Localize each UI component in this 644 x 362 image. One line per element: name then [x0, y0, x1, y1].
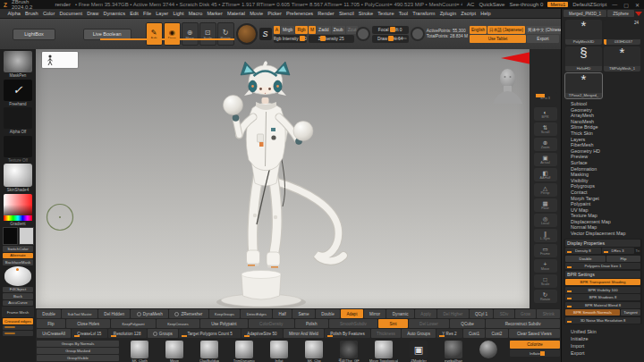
menu-item[interactable]: Stroke — [356, 11, 375, 16]
tool-slot[interactable]: 24 033HD037 — [604, 20, 640, 45]
maximize-button[interactable]: ▢ — [623, 2, 630, 8]
subpalette-header[interactable]: Subtool — [571, 101, 644, 107]
backface-mask-button[interactable]: BackfaceMask — [3, 259, 33, 265]
tray-button[interactable]: Target Polygons Count 5 — [179, 329, 241, 338]
bpr-transparent-shading-button[interactable]: BPR Transparent Shading — [565, 279, 640, 285]
tray-button[interactable]: Use Polypaint — [200, 319, 248, 328]
tray-button[interactable]: QCyl 1 — [470, 309, 494, 318]
tray-button[interactable]: Grow — [515, 309, 537, 318]
menu-item[interactable]: Alpha — [5, 11, 23, 16]
tray-button[interactable]: Cust2 — [486, 329, 507, 338]
subpalette-header[interactable]: Export — [571, 349, 644, 357]
tray-button[interactable]: SmoothSubdiv — [329, 319, 377, 328]
viewport-shelf-button[interactable]: + Move — [534, 259, 557, 273]
stroke-thumbnail[interactable]: ✓ — [4, 80, 32, 101]
subpalette-header[interactable]: Texture Map — [571, 213, 644, 219]
subpalette-header[interactable]: Geometry — [571, 107, 644, 114]
subpalette-header[interactable]: UV Map — [571, 207, 644, 214]
tray-button[interactable]: Groups — [148, 329, 178, 338]
tool-slot[interactable]: * TPose2_Merged_ — [565, 73, 602, 98]
subpalette-header[interactable]: Import — [571, 342, 644, 349]
brush-shortcut[interactable]: ▣ ZModeler — [402, 341, 436, 362]
back-button[interactable]: Back — [3, 293, 33, 299]
menu-item[interactable]: Material — [225, 11, 247, 16]
switch-color-button[interactable]: SwitchColor — [3, 246, 33, 252]
export-button[interactable]: Export — [527, 35, 559, 43]
zadd-toggle[interactable]: Zadd — [317, 26, 330, 34]
tray-button[interactable]: Del Hidden — [98, 309, 130, 318]
viewport-shelf-button[interactable]: ▭ Frame — [534, 244, 557, 257]
tool-slot[interactable]: * TMPolyMesh_1 — [604, 46, 640, 72]
viewport-shelf-button[interactable]: ◎ Local — [534, 214, 557, 227]
mode-button[interactable]: ⊡ Scale — [199, 22, 216, 46]
subpalette-header[interactable]: Thick Skin — [571, 130, 644, 137]
menu-item[interactable]: Document — [57, 11, 85, 16]
brush-shortcut[interactable]: Move Topological — [367, 341, 401, 362]
group-button[interactable]: Group Masked — [37, 348, 119, 354]
menu-item[interactable]: Texture — [376, 11, 397, 16]
bpr-smooth-normals-button[interactable]: BPR Smooth Normals — [565, 309, 620, 316]
menu1-button[interactable]: Menu1 — [547, 2, 568, 7]
brush-shortcut[interactable]: Inflat — [262, 341, 296, 362]
menu-item[interactable]: Movie — [248, 11, 266, 16]
tray-button[interactable]: Close Holes — [66, 319, 110, 328]
tray-button[interactable]: Apply — [415, 309, 436, 318]
tray-button[interactable]: Double — [37, 309, 61, 318]
tray-button[interactable]: Del Lower — [409, 319, 449, 328]
tray-button[interactable]: Adapt — [341, 309, 363, 318]
quicksave-button[interactable]: QuickSave — [479, 2, 504, 7]
brush-shortcut[interactable] — [471, 341, 505, 362]
subpalette-header[interactable]: Contact — [571, 189, 644, 196]
brush-shortcut[interactable]: SK_Cloth — [123, 341, 157, 362]
menu-item[interactable]: File — [140, 11, 153, 16]
mrgb-toggle[interactable]: Mrgb — [281, 26, 294, 34]
focal-shift-slider[interactable]: Focal Shift 0 — [372, 26, 409, 34]
material-thumbnail[interactable] — [4, 164, 32, 187]
menu-item[interactable]: Render — [316, 11, 337, 16]
a-toggle[interactable]: A — [274, 26, 280, 34]
tray-button[interactable]: Double — [316, 309, 340, 318]
tray-button[interactable]: Auto Groups — [402, 329, 436, 338]
menu-item[interactable]: Layer — [154, 11, 171, 16]
subpalette-header[interactable]: NanoMesh — [571, 119, 644, 125]
mode-button[interactable]: ✎ Edit — [146, 22, 163, 46]
tray-button[interactable]: DynaMesh — [131, 309, 168, 318]
bpr-settings-header[interactable]: BPR Settings — [565, 271, 640, 278]
tray-button[interactable]: Cust1 — [463, 329, 485, 338]
brush-shortcut[interactable]: SK_Clip — [297, 341, 331, 362]
subpalette-header[interactable]: Preview — [571, 154, 644, 160]
material-sphere[interactable] — [4, 266, 31, 286]
viewport-shelf-button[interactable]: ◐ BPR — [534, 107, 557, 121]
menu-item[interactable]: Edit — [128, 11, 141, 16]
tray-button[interactable]: Shrink — [537, 309, 560, 318]
mode-button[interactable]: ◉ Draw — [164, 22, 181, 46]
brush-shortcut[interactable]: 毛刷The_GF — [332, 341, 366, 362]
tray-button[interactable]: Resolution 128 — [108, 329, 147, 338]
double-button[interactable]: Double — [565, 256, 606, 262]
tray-button[interactable]: KeepCreases — [157, 319, 199, 328]
language-japanese-button[interactable]: 日本語 (Japanese) — [487, 26, 525, 34]
subpalette-header[interactable]: Geometry HD — [571, 148, 644, 155]
subpalette-header[interactable]: Layers — [571, 137, 644, 143]
menu-item[interactable]: Macro — [186, 11, 205, 16]
left-shelf-extra-button[interactable] — [3, 325, 33, 331]
brush-shortcut[interactable]: ClayBuildup — [192, 341, 226, 362]
menu-item[interactable]: Light — [171, 11, 186, 16]
secondary-color-swatch[interactable] — [19, 227, 34, 245]
colorize-button[interactable]: Colorize — [510, 341, 560, 349]
menu-item[interactable]: Picker — [266, 11, 284, 16]
alternate-button[interactable]: Alternate — [3, 253, 33, 259]
menu-item[interactable]: Zscript — [459, 11, 479, 16]
subpalette-header[interactable]: Displacement Map — [571, 219, 644, 225]
lightbox-button[interactable]: LightBox — [13, 29, 55, 40]
subpalette-header[interactable]: Morph Target — [571, 196, 644, 202]
tray-button[interactable]: Mirror — [364, 309, 386, 318]
tool-slot[interactable]: § HelixHD — [565, 46, 602, 72]
current-brush-icon[interactable] — [236, 23, 258, 45]
z-intensity-slider[interactable]: Z Intensity 25 — [309, 35, 354, 43]
menu-item[interactable]: Transform — [411, 11, 437, 16]
current-brush-thumbnail[interactable] — [4, 51, 32, 72]
subpalette-header[interactable]: Normal Map — [571, 224, 644, 231]
language-chinese-button[interactable]: 简体中文 (Chinese) — [526, 26, 561, 34]
tray-button[interactable]: Polish By Features — [325, 329, 370, 338]
